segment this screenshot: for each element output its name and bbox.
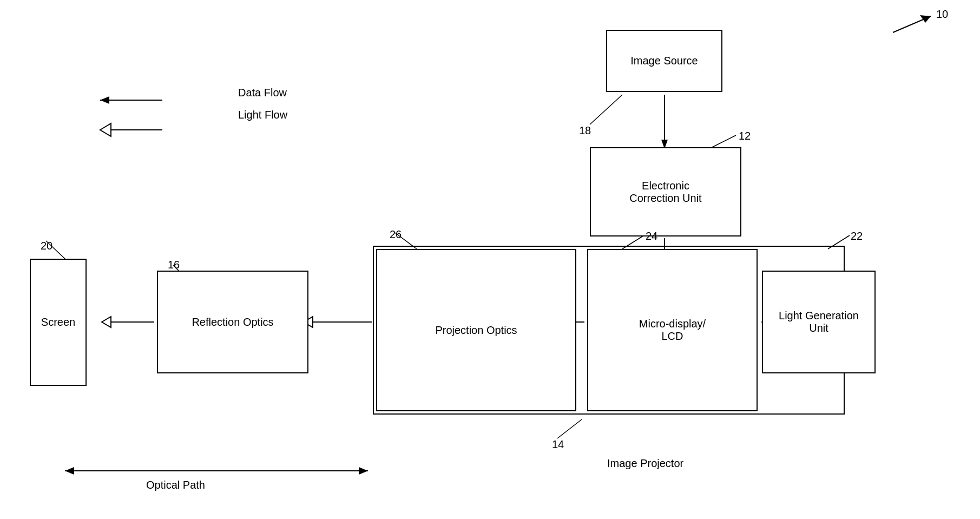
image-source-label: Image Source	[630, 55, 698, 67]
light-flow-label: Light Flow	[238, 109, 287, 121]
micro-display-box: Micro-display/ LCD	[587, 249, 758, 411]
ref-18: 18	[579, 124, 591, 137]
data-flow-label: Data Flow	[238, 87, 287, 99]
projection-optics-box: Projection Optics	[376, 249, 576, 411]
light-generation-label: Light Generation Unit	[779, 310, 859, 334]
svg-marker-21	[100, 123, 111, 136]
svg-line-22	[590, 95, 622, 124]
ref-24: 24	[646, 230, 657, 242]
light-generation-unit-box: Light Generation Unit	[762, 271, 876, 373]
reflection-optics-label: Reflection Optics	[192, 316, 273, 329]
svg-marker-1	[920, 15, 931, 23]
ref-14: 14	[552, 438, 564, 451]
reflection-optics-box: Reflection Optics	[157, 271, 308, 373]
svg-line-25	[622, 235, 644, 249]
diagram-container: 10 Image Source 18 Electronic Correction…	[0, 0, 980, 519]
projection-optics-label: Projection Optics	[435, 324, 517, 337]
svg-marker-13	[102, 317, 111, 327]
electronic-correction-unit-label: Electronic Correction Unit	[629, 180, 701, 205]
svg-line-0	[893, 16, 931, 32]
svg-marker-19	[100, 96, 109, 104]
ref-20: 20	[41, 240, 52, 252]
screen-box: Screen	[30, 259, 87, 386]
screen-label: Screen	[41, 316, 75, 329]
ref-12: 12	[739, 130, 751, 142]
ref-26: 26	[390, 228, 402, 241]
optical-path-label: Optical Path	[146, 479, 205, 491]
image-source-box: Image Source	[606, 30, 722, 92]
ref-10: 10	[936, 8, 948, 21]
image-projector-label: Image Projector	[607, 457, 683, 470]
svg-marker-17	[359, 467, 368, 475]
electronic-correction-unit-box: Electronic Correction Unit	[590, 147, 741, 236]
svg-line-26	[828, 235, 850, 249]
micro-display-label: Micro-display/ LCD	[639, 318, 706, 343]
svg-marker-16	[65, 467, 74, 475]
svg-line-29	[557, 419, 582, 438]
legend: Data Flow Light Flow	[168, 87, 287, 121]
ref-22: 22	[851, 230, 863, 242]
ref-16: 16	[168, 259, 180, 271]
